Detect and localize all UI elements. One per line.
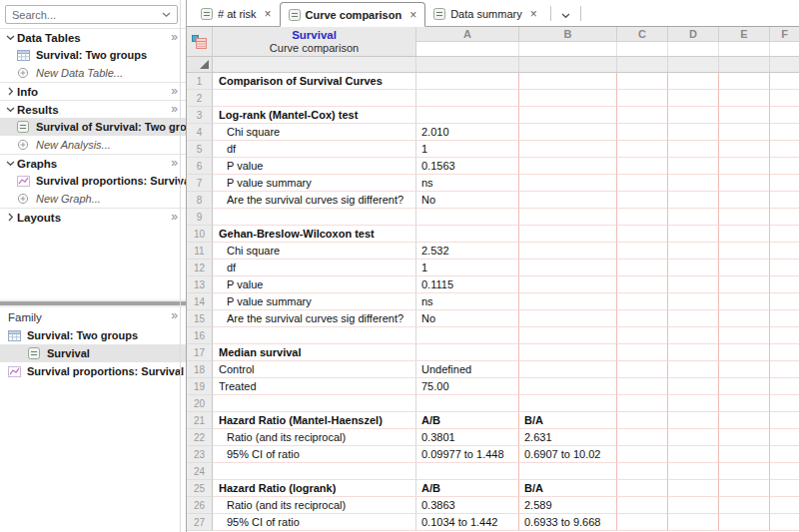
row-label-cell[interactable]: Chi square <box>213 124 416 141</box>
cell-c-row-11[interactable] <box>617 243 668 260</box>
row-label-cell[interactable]: Ratio (and its reciprocal) <box>213 497 416 514</box>
cell-d-row-13[interactable] <box>668 276 719 293</box>
cell-e-row-21[interactable] <box>719 412 770 429</box>
row-label-cell[interactable]: Are the survival curves sig different? <box>213 192 416 209</box>
cell-b-row-5[interactable] <box>519 141 617 158</box>
cell-d-row-19[interactable] <box>668 378 719 395</box>
row-label-cell[interactable]: Log-rank (Mantel-Cox) test <box>213 107 416 124</box>
double-chevron-icon[interactable]: » <box>171 30 178 44</box>
cell-a-row-6[interactable]: 0.1563 <box>416 158 519 175</box>
cell-c-row-5[interactable] <box>617 141 668 158</box>
row-number[interactable]: 22 <box>187 429 213 446</box>
row-label-cell[interactable]: P value <box>213 158 416 175</box>
row-number[interactable]: 6 <box>187 158 213 175</box>
cell-f-row-8[interactable] <box>770 192 799 209</box>
cell-c-row-16[interactable] <box>617 327 668 344</box>
cell-b-row-13[interactable] <box>519 276 617 293</box>
cell-a-row-24[interactable] <box>416 463 519 480</box>
cell-c-row-17[interactable] <box>617 344 668 361</box>
cell-c-row-14[interactable] <box>617 293 668 310</box>
cell-d-row-21[interactable] <box>668 412 719 429</box>
cell-b-row-20[interactable] <box>519 395 617 412</box>
row-label-cell[interactable]: P value <box>213 276 416 293</box>
cell-d-row-16[interactable] <box>668 327 719 344</box>
cell-e-row-22[interactable] <box>719 429 770 446</box>
panel-splitter[interactable] <box>0 299 186 307</box>
row-label-cell[interactable]: Ratio (and its reciprocal) <box>213 429 416 446</box>
cell-e-row-9[interactable] <box>719 209 770 226</box>
cell-e-row-4[interactable] <box>719 124 770 141</box>
row-number[interactable]: 13 <box>187 276 213 293</box>
cell-a-row-23[interactable]: 0.09977 to 1.448 <box>416 446 519 463</box>
cell-a-row-22[interactable]: 0.3801 <box>416 429 519 446</box>
cell-b-row-14[interactable] <box>519 293 617 310</box>
row-number[interactable]: 9 <box>187 209 213 226</box>
cell-f-row-21[interactable] <box>770 412 799 429</box>
double-chevron-icon[interactable]: » <box>171 210 178 224</box>
cell-f-row-12[interactable] <box>770 260 799 276</box>
cell-c-row-24[interactable] <box>617 463 668 480</box>
cell-b-row-19[interactable] <box>519 378 617 395</box>
cell-f-row-10[interactable] <box>770 226 799 243</box>
cell-f-row-13[interactable] <box>770 276 799 293</box>
row-label-cell[interactable]: Chi square <box>213 243 416 260</box>
sidebar-item-survival-of-survival-two-groups[interactable]: Survival of Survival: Two groups <box>0 118 186 136</box>
select-col-b[interactable] <box>519 57 617 72</box>
cell-a-row-16[interactable] <box>416 327 519 344</box>
cell-f-row-15[interactable] <box>770 310 799 327</box>
cell-d-row-4[interactable] <box>668 124 719 141</box>
row-number[interactable]: 5 <box>187 141 213 158</box>
cell-f-row-4[interactable] <box>770 124 799 141</box>
sidebar-item-survival-proportions-survival-of[interactable]: Survival proportions: Survival of... <box>0 172 186 190</box>
cell-b-row-7[interactable] <box>519 175 617 192</box>
cell-b-row-1[interactable] <box>519 73 617 90</box>
cell-e-row-15[interactable] <box>719 310 770 327</box>
cell-b-row-2[interactable] <box>519 90 617 107</box>
cell-c-row-26[interactable] <box>617 497 668 514</box>
column-subtitle-e[interactable] <box>719 42 770 56</box>
row-label-cell[interactable] <box>213 90 416 107</box>
cell-a-row-1[interactable] <box>416 73 519 90</box>
row-label-cell[interactable]: Gehan-Breslow-Wilcoxon test <box>213 226 416 243</box>
row-number[interactable]: 8 <box>187 192 213 209</box>
cell-e-row-26[interactable] <box>719 497 770 514</box>
cell-d-row-2[interactable] <box>668 90 719 107</box>
cell-e-row-8[interactable] <box>719 192 770 209</box>
column-letter-f[interactable]: F <box>770 27 799 41</box>
cell-c-row-15[interactable] <box>617 310 668 327</box>
cell-b-row-8[interactable] <box>519 192 617 209</box>
cell-f-row-18[interactable] <box>770 361 799 378</box>
cell-a-row-4[interactable]: 2.010 <box>416 124 519 141</box>
cell-b-row-25[interactable]: B/A <box>519 480 617 497</box>
cell-a-row-3[interactable] <box>416 107 519 124</box>
cell-f-row-23[interactable] <box>770 446 799 463</box>
cell-d-row-3[interactable] <box>668 107 719 124</box>
cell-d-row-10[interactable] <box>668 226 719 243</box>
cell-a-row-2[interactable] <box>416 90 519 107</box>
row-label-cell[interactable]: Treated <box>213 378 416 395</box>
cell-e-row-11[interactable] <box>719 243 770 260</box>
cell-b-row-12[interactable] <box>519 260 617 276</box>
new-item-new-analysis[interactable]: New Analysis... <box>0 136 186 154</box>
cell-f-row-6[interactable] <box>770 158 799 175</box>
row-number[interactable]: 11 <box>187 243 213 260</box>
cell-a-row-17[interactable] <box>416 344 519 361</box>
cell-b-row-3[interactable] <box>519 107 617 124</box>
cell-a-row-14[interactable]: ns <box>416 293 519 310</box>
cell-f-row-20[interactable] <box>770 395 799 412</box>
cell-a-row-12[interactable]: 1 <box>416 260 519 276</box>
cell-b-row-18[interactable] <box>519 361 617 378</box>
select-col-d[interactable] <box>668 57 719 72</box>
cell-f-row-9[interactable] <box>770 209 799 226</box>
cell-b-row-16[interactable] <box>519 327 617 344</box>
cell-d-row-15[interactable] <box>668 310 719 327</box>
cell-e-row-14[interactable] <box>719 293 770 310</box>
column-letter-b[interactable]: B <box>519 27 617 41</box>
cell-a-row-5[interactable]: 1 <box>416 141 519 158</box>
cell-e-row-19[interactable] <box>719 378 770 395</box>
cell-f-row-16[interactable] <box>770 327 799 344</box>
double-chevron-icon[interactable]: » <box>171 102 178 116</box>
cell-f-row-5[interactable] <box>770 141 799 158</box>
row-number[interactable]: 23 <box>187 446 213 463</box>
cell-b-row-27[interactable]: 0.6933 to 9.668 <box>519 514 617 531</box>
